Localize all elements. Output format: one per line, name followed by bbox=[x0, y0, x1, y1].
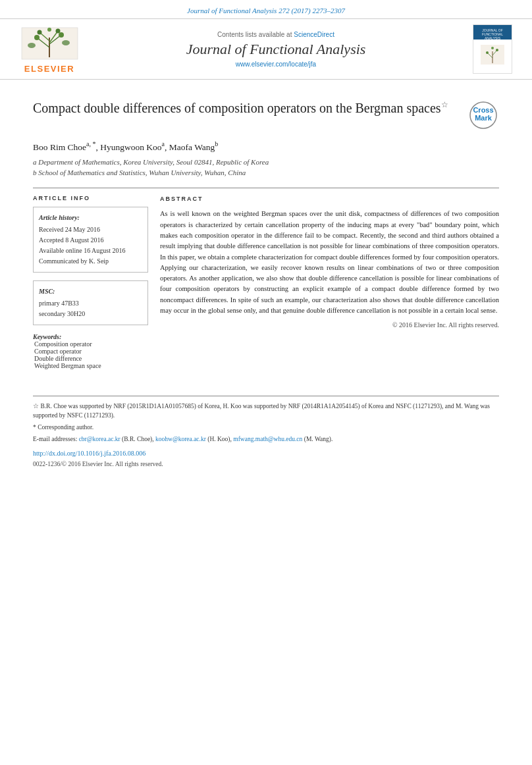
elsevier-logo-svg bbox=[18, 24, 81, 63]
wang-sup: b bbox=[215, 140, 218, 147]
msc-box: MSC: primary 47B33 secondary 30H20 bbox=[33, 280, 148, 325]
article-info-col: ARTICLE INFO Article history: Received 2… bbox=[33, 195, 148, 369]
article-title-text: Compact double differences of compositio… bbox=[33, 101, 441, 115]
email-3-link[interactable]: mfwang.math@whu.edu.cn bbox=[233, 436, 302, 442]
accepted-date: Accepted 8 August 2016 bbox=[39, 236, 104, 244]
journal-thumbnail-container: JOURNAL OFFUNCTIONALANALYSIS bbox=[466, 24, 519, 74]
doi-link[interactable]: http://dx.doi.org/10.1016/j.jfa.2016.08.… bbox=[33, 450, 146, 457]
svg-text:Mark: Mark bbox=[475, 114, 492, 122]
footer-corresponding: * Corresponding author. bbox=[33, 423, 499, 432]
copyright-line: © 2016 Elsevier Inc. All rights reserved… bbox=[160, 320, 499, 330]
affiliations: a Department of Mathematics, Korea Unive… bbox=[33, 157, 499, 178]
article-history-box: Article history: Received 24 May 2016 Ac… bbox=[33, 207, 148, 273]
abstract-label: ABSTRACT bbox=[160, 195, 499, 204]
communicated-by: Communicated by K. Seip bbox=[39, 257, 109, 265]
contents-text: Contents lists available at bbox=[217, 31, 292, 38]
svg-text:Cross: Cross bbox=[473, 106, 493, 114]
email-1-link[interactable]: cbr@korea.ac.kr bbox=[79, 436, 120, 442]
journal-thumbnail: JOURNAL OFFUNCTIONALANALYSIS bbox=[473, 24, 512, 74]
top-citation-text: Journal of Functional Analysis 272 (2017… bbox=[187, 7, 345, 14]
svg-point-6 bbox=[34, 35, 40, 40]
affiliation-a: a Department of Mathematics, Korea Unive… bbox=[33, 157, 499, 168]
header-center: Contents lists available at ScienceDirec… bbox=[86, 31, 466, 68]
crossmark-svg: Cross Mark bbox=[469, 101, 498, 130]
crossmark-badge[interactable]: Cross Mark bbox=[467, 99, 499, 131]
keyword-3: Double difference bbox=[34, 355, 148, 362]
msc-secondary: secondary 30H20 bbox=[39, 310, 85, 317]
keyword-1: Composition operator bbox=[34, 340, 148, 348]
svg-point-19 bbox=[491, 47, 494, 49]
article-star: ☆ bbox=[441, 100, 448, 109]
two-col-section: ARTICLE INFO Article history: Received 2… bbox=[33, 188, 499, 369]
email-label: E-mail addresses: bbox=[33, 436, 77, 442]
keyword-2: Compact operator bbox=[34, 348, 148, 355]
doi-line: http://dx.doi.org/10.1016/j.jfa.2016.08.… bbox=[33, 448, 499, 458]
sciencedirect-line: Contents lists available at ScienceDirec… bbox=[92, 31, 460, 38]
email-3-name: (M. Wang). bbox=[304, 436, 333, 442]
corresponding-text: * Corresponding author. bbox=[33, 424, 93, 431]
email-2-name: (H. Koo), bbox=[207, 436, 232, 442]
footer-note-1-text: ☆ B.R. Choe was supported by NRF (2015R1… bbox=[33, 403, 490, 419]
footer-area: ☆ B.R. Choe was supported by NRF (2015R1… bbox=[33, 396, 499, 469]
svg-point-9 bbox=[55, 29, 60, 34]
issn-line: 0022-1236/© 2016 Elsevier Inc. All right… bbox=[33, 460, 499, 469]
svg-point-17 bbox=[486, 51, 489, 54]
article-info-label: ARTICLE INFO bbox=[33, 195, 148, 201]
history-label: Article history: bbox=[39, 213, 142, 223]
elsevier-logo-container: ELSEVIER bbox=[13, 24, 86, 74]
journal-url[interactable]: www.elsevier.com/locate/jfa bbox=[92, 61, 460, 68]
abstract-col: ABSTRACT As is well known on the weighte… bbox=[160, 195, 499, 369]
journal-title-header: Journal of Functional Analysis bbox=[92, 41, 460, 58]
footer-note-1: ☆ B.R. Choe was supported by NRF (2015R1… bbox=[33, 402, 499, 421]
received-date: Received 24 May 2016 bbox=[39, 226, 100, 233]
thumb-logo-svg bbox=[481, 45, 504, 65]
author-choe: Boo Rim Choe bbox=[33, 142, 86, 152]
sciencedirect-link[interactable]: ScienceDirect bbox=[294, 31, 334, 38]
available-date: Available online 16 August 2016 bbox=[39, 247, 125, 254]
author-wang: , Maofa Wang bbox=[165, 142, 215, 152]
elsevier-brand-text: ELSEVIER bbox=[24, 64, 74, 74]
page: Journal of Functional Analysis 272 (2017… bbox=[0, 0, 532, 765]
svg-point-7 bbox=[59, 32, 64, 38]
author-koo: , Hyungwoon Koo bbox=[95, 142, 161, 152]
header-band: ELSEVIER Contents lists available at Sci… bbox=[0, 18, 532, 80]
thumb-header: JOURNAL OFFUNCTIONALANALYSIS bbox=[481, 27, 504, 41]
keyword-4: Weighted Bergman space bbox=[34, 362, 148, 369]
svg-point-18 bbox=[496, 49, 498, 51]
email-2-link[interactable]: koohw@korea.ac.kr bbox=[155, 436, 206, 442]
email-1-name: (B.R. Choe), bbox=[122, 436, 154, 442]
top-citation: Journal of Functional Analysis 272 (2017… bbox=[0, 0, 532, 18]
article-title-section: Compact double differences of compositio… bbox=[33, 99, 499, 131]
footer-emails: E-mail addresses: cbr@korea.ac.kr (B.R. … bbox=[33, 435, 499, 444]
svg-point-12 bbox=[62, 40, 70, 45]
main-content: Compact double differences of compositio… bbox=[0, 80, 532, 382]
msc-label: MSC: bbox=[39, 286, 142, 297]
choe-sup: a, * bbox=[86, 140, 95, 147]
svg-point-8 bbox=[37, 30, 41, 35]
svg-point-11 bbox=[28, 43, 36, 48]
thumb-logo-area bbox=[479, 43, 506, 66]
abstract-text: As is well known on the weighted Bergman… bbox=[160, 209, 499, 316]
svg-point-10 bbox=[47, 28, 51, 32]
authors-line: Boo Rim Choea, *, Hyungwoon Kooa, Maofa … bbox=[33, 140, 499, 153]
article-title: Compact double differences of compositio… bbox=[33, 99, 458, 117]
keywords-label: Keywords: bbox=[33, 333, 61, 340]
keywords-box: Keywords: Composition operator Compact o… bbox=[33, 333, 148, 369]
msc-primary: primary 47B33 bbox=[39, 300, 79, 307]
affiliation-b: b School of Mathematics and Statistics, … bbox=[33, 167, 499, 178]
elsevier-logo: ELSEVIER bbox=[15, 24, 84, 74]
